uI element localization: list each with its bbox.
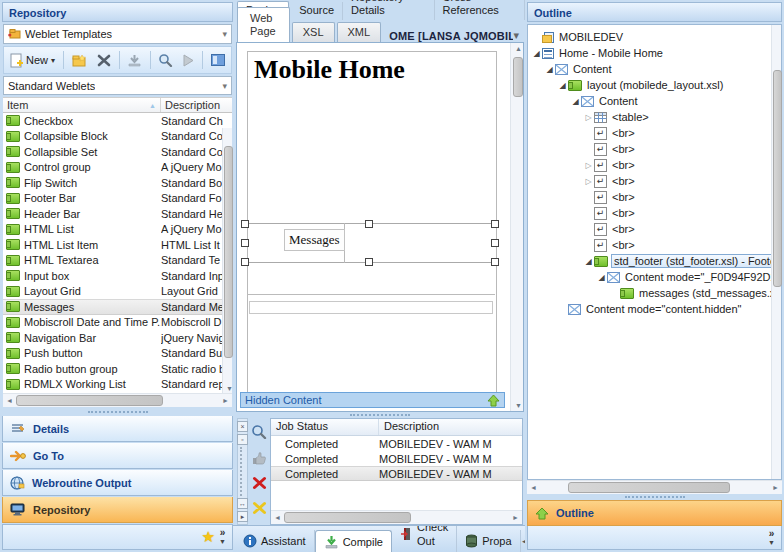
outline-vscroll-thumb[interactable]	[773, 70, 782, 287]
list-item[interactable]: Push buttonStandard Bu	[3, 346, 232, 362]
list-item[interactable]: Mobiscroll Date and Time P...Mobiscroll …	[3, 315, 232, 331]
bottom-tab-check-out[interactable]: Check Out	[392, 525, 457, 552]
canvas-vscroll-thumb[interactable]	[513, 57, 523, 97]
expander-expanded-icon[interactable]: ◢	[583, 257, 594, 266]
scroll-left-icon[interactable]: ◄	[271, 514, 284, 521]
table-row[interactable]: CompletedMOBILEDEV - WAM M	[271, 451, 522, 466]
search-button[interactable]	[155, 51, 176, 69]
tree-item[interactable]: ◢layout (mobilede_layout.xsl)	[528, 77, 781, 93]
resize-icon[interactable]: ↔	[237, 498, 248, 509]
bottom-tab-assistant[interactable]: Assistant	[235, 530, 315, 552]
list-item[interactable]: Footer BarStandard Fo	[3, 191, 232, 207]
views-button[interactable]	[208, 52, 228, 68]
list-item[interactable]: CheckboxStandard Ch	[3, 113, 232, 129]
outline-hscrollbar[interactable]: ◄ ►	[527, 480, 782, 494]
tree-item[interactable]: ↵<br>	[528, 189, 781, 205]
list-item[interactable]: Layout GridLayout Grid	[3, 284, 232, 300]
selection-handle[interactable]	[491, 239, 499, 247]
weblet-list-vscrollbar[interactable]: ▼	[222, 128, 232, 393]
new-button[interactable]: New ▾	[7, 51, 58, 70]
tree-item[interactable]: ◢Content	[528, 93, 781, 109]
vscroll-thumb[interactable]	[224, 146, 233, 358]
column-header-description[interactable]: Description	[161, 98, 232, 112]
tree-item[interactable]: ↵<br>	[528, 221, 781, 237]
design-row-2[interactable]	[247, 263, 495, 295]
list-item[interactable]: HTML ListA jQuery Mo	[3, 222, 232, 238]
tree-item[interactable]: ↵<br>	[528, 205, 781, 221]
tree-item[interactable]: ◢std_footer (std_footer.xsl) - Footer B	[528, 253, 781, 269]
tree-item[interactable]: ↵<br>	[528, 125, 781, 141]
tree-item[interactable]: Content mode="content.hidden"	[528, 301, 781, 317]
list-item[interactable]: HTML TextareaStandard Te	[3, 253, 232, 269]
outline-hscroll-thumb[interactable]	[568, 482, 730, 493]
checkin-button[interactable]	[124, 52, 145, 69]
scroll-right-icon[interactable]: ►	[509, 514, 522, 521]
expander-collapsed-icon[interactable]: ▷	[583, 177, 594, 186]
sidebar-item-go-to[interactable]: Go To	[2, 443, 233, 469]
tree-item[interactable]: MOBILEDEV	[528, 29, 781, 45]
subtab-xml[interactable]: XML	[337, 22, 382, 42]
outline-bar[interactable]: Outline	[527, 500, 782, 526]
messages-weblet[interactable]: Messages	[284, 229, 345, 251]
job-hscroll-thumb[interactable]	[284, 512, 411, 523]
job-hscrollbar[interactable]: ◄ ►	[271, 510, 522, 524]
sidebar-item-details[interactable]: Details	[2, 416, 233, 442]
bottom-tab-compile[interactable]: Compile	[315, 530, 392, 552]
tab-scroll-left-icon[interactable]: ◄	[521, 537, 525, 546]
list-item[interactable]: Flip SwitchStandard Bo	[3, 175, 232, 191]
scroll-left-icon[interactable]: ◄	[527, 484, 540, 491]
expander-expanded-icon[interactable]: ◢	[557, 81, 568, 90]
new-dropdown-arrow-icon[interactable]: ▾	[51, 56, 55, 65]
list-item[interactable]: HTML List ItemHTML List It	[3, 237, 232, 253]
tree-item[interactable]: ◢Content mode="_F0D94F92D20	[528, 269, 781, 285]
list-item[interactable]: Input boxStandard Inp	[3, 268, 232, 284]
tree-item[interactable]: ↵<br>	[528, 141, 781, 157]
close-icon[interactable]: ×	[237, 421, 248, 432]
selection-handle[interactable]	[365, 258, 373, 266]
tree-item[interactable]: ▷↵<br>	[528, 173, 781, 189]
list-item[interactable]: Control groupA jQuery Mo	[3, 160, 232, 176]
canvas-vscrollbar[interactable]: ▲ ▼	[510, 43, 523, 411]
scroll-up-icon[interactable]: ▲	[512, 45, 525, 52]
subtab-web-page[interactable]: Web Page	[237, 7, 290, 42]
tree-item[interactable]: messages (std_messages.xsl)	[528, 285, 781, 301]
scroll-left-icon[interactable]: ◄	[3, 397, 16, 404]
expander-expanded-icon[interactable]: ◢	[531, 49, 542, 58]
list-item[interactable]: Header BarStandard He	[3, 206, 232, 222]
job-approve-hand-icon[interactable]	[251, 450, 267, 465]
subtab-xsl[interactable]: XSL	[292, 22, 335, 42]
overflow-chevron-icon[interactable]: »▼	[768, 529, 775, 547]
selection-handle[interactable]	[365, 220, 373, 228]
slide-icon[interactable]: ▸	[237, 511, 248, 522]
list-item[interactable]: Radio button groupStatic radio b	[3, 361, 232, 377]
selection-handle[interactable]	[491, 258, 499, 266]
table-row[interactable]: CompletedMOBILEDEV - WAM M	[271, 466, 522, 481]
weblet-list-hscrollbar[interactable]: ◄ ►	[3, 393, 232, 407]
standard-weblets-dropdown[interactable]: Standard Weblets ▾	[3, 76, 232, 95]
column-header-job-description[interactable]: Description	[379, 419, 522, 435]
dropdown-arrow-icon[interactable]: ▾	[222, 81, 227, 91]
selection-handle[interactable]	[491, 220, 499, 228]
tree-item[interactable]: ◢Content	[528, 61, 781, 77]
column-header-item[interactable]: Item ▲	[3, 98, 161, 112]
dropdown-arrow-icon[interactable]: ▾	[222, 29, 227, 39]
tree-item[interactable]: ▷<table>	[528, 109, 781, 125]
delete-button[interactable]	[94, 52, 114, 69]
tree-item[interactable]: ◢Home - Mobile Home	[528, 45, 781, 61]
expander-collapsed-icon[interactable]: ▷	[583, 113, 594, 122]
list-item[interactable]: Collapsible SetStandard Co	[3, 144, 232, 160]
job-cancel-icon[interactable]	[252, 476, 267, 490]
expander-expanded-icon[interactable]: ◢	[570, 97, 581, 106]
hscroll-thumb[interactable]	[16, 395, 163, 406]
design-canvas[interactable]: Mobile Home Messages Hidden Content ▲ ▼	[236, 42, 524, 412]
document-dropdown-arrow-icon[interactable]: ▾	[513, 29, 519, 42]
open-button[interactable]	[69, 52, 91, 69]
favorites-star-icon[interactable]: ★	[202, 528, 215, 546]
tab-cross-references[interactable]: Cross References	[435, 0, 525, 20]
run-button[interactable]	[179, 52, 197, 69]
scroll-right-icon[interactable]: ►	[219, 397, 232, 404]
job-clear-icon[interactable]	[252, 501, 267, 515]
sidebar-item-repository[interactable]: Repository	[2, 497, 233, 523]
expander-expanded-icon[interactable]: ◢	[596, 273, 607, 282]
column-header-job-status[interactable]: Job Status	[271, 419, 379, 435]
